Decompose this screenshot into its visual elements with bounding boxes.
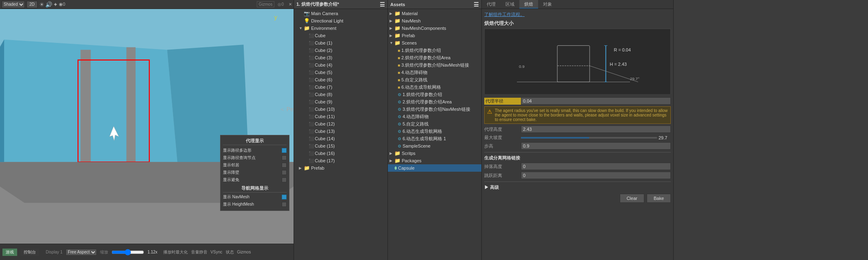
tree-item-scene-1b[interactable]: ⚙ 1.烘焙代理参数介绍 — [388, 91, 481, 98]
agent-display-item-2[interactable]: 显示邻居 — [223, 161, 287, 169]
mute-btn[interactable]: 音量静音 — [191, 249, 207, 255]
console-tab[interactable]: 控制台 — [20, 249, 39, 256]
checkbox-barrier[interactable] — [282, 170, 287, 175]
tree-item-cube-13[interactable]: ⬛ Cube (13) — [294, 128, 387, 135]
tree-item-scene-3b[interactable]: ⚙ 3.烘焙代理参数介绍NavMesh链接 — [388, 105, 481, 113]
maximize-btn[interactable]: 播放时最大化 — [163, 249, 188, 255]
tree-item-scene-3[interactable]: ■ 3.烘焙代理参数介绍NavMesh链接 — [388, 61, 481, 69]
tree-item-scenes[interactable]: ▼ 📁 Scenes — [388, 39, 481, 47]
cube-icon-4: ⬛ — [309, 63, 314, 67]
navmesh-item-0[interactable]: 显示 NavMesh — [223, 193, 287, 201]
project-tree[interactable]: ▶ 📁 Material ▶ 📁 NavMesh ▶ 📁 NavMeshComp… — [388, 9, 481, 260]
tree-item-packages[interactable]: ▶ 📁 Packages — [388, 157, 481, 164]
tree-item-cube-5[interactable]: ⬛ Cube (5) — [294, 69, 387, 76]
project-title: Assets — [390, 2, 405, 7]
tree-item-cube-15[interactable]: ⬛ Cube (15) — [294, 142, 387, 150]
tree-item-cube-9[interactable]: ⬛ Cube (9) — [294, 98, 387, 105]
tree-item-scene-5b[interactable]: ⚙ 5.自定义路线 — [388, 120, 481, 128]
tab-object[interactable]: 对象 — [538, 0, 557, 9]
max-slope-slider[interactable] — [521, 137, 657, 139]
tree-item-cube-17[interactable]: ⬛ Cube (17) — [294, 157, 387, 164]
step-height-label: 步高 — [484, 143, 521, 149]
tree-item-cube-0[interactable]: ⬛ Cube — [294, 32, 387, 39]
navmesh-item-1[interactable]: 显示 HeightMesh — [223, 201, 287, 208]
checkbox-navmesh[interactable] — [282, 195, 287, 199]
tree-item-cube-1[interactable]: ⬛ Cube (1) — [294, 39, 387, 47]
jump-distance-input[interactable] — [521, 172, 671, 179]
scale-slider[interactable] — [111, 249, 144, 256]
tab-area[interactable]: 区域 — [501, 0, 519, 9]
agent-radius-input[interactable] — [521, 97, 671, 105]
close-scene-icon[interactable]: ✕ — [289, 2, 292, 7]
warning-box: ⚠ The agent radius you've set is really … — [484, 106, 671, 124]
tree-item-sample[interactable]: ⚙ SampleScene — [388, 142, 481, 150]
tab-bake[interactable]: 烘焙 — [519, 0, 538, 9]
game-tab[interactable]: 游戏 — [2, 249, 17, 256]
tree-item-scene-6[interactable]: ■ 6.动态生成导航网格 — [388, 83, 481, 91]
tree-item-cube-16[interactable]: ⬛ Cube (16) — [294, 150, 387, 157]
tree-item-cube-14[interactable]: ⬛ Cube (14) — [294, 135, 387, 142]
vsync-btn[interactable]: VSync — [211, 250, 223, 254]
tree-item-main-camera[interactable]: 📷 Main Camera — [294, 10, 387, 17]
gizmos-btn[interactable]: Gizmos — [257, 1, 275, 7]
checkbox-avoid[interactable] — [282, 177, 287, 182]
tree-item-prefab-proj[interactable]: ▶ 📁 Prefab — [388, 32, 481, 39]
bake-button[interactable]: Bake — [647, 194, 671, 203]
tree-item-scene-4b[interactable]: ⚙ 4.动态障碍物 — [388, 113, 481, 120]
tree-item-cube-8[interactable]: ⬛ Cube (8) — [294, 91, 387, 98]
tree-item-scritps[interactable]: ▶ 📁 Scritps — [388, 150, 481, 157]
tree-item-scene-1[interactable]: ■ 1.烘焙代理参数介绍 — [388, 47, 481, 54]
tree-item-scene-2b[interactable]: ⚙ 2.烘焙代理参数介绍Area — [388, 98, 481, 105]
tree-item-scene-6b[interactable]: ⚙ 6.动态生成导航网格 — [388, 128, 481, 135]
tree-item-cube-3[interactable]: ⬛ Cube (3) — [294, 54, 387, 61]
tree-item-scene-4[interactable]: ■ 4.动态障碍物 — [388, 69, 481, 76]
tree-item-scene-2[interactable]: ■ 2.烘焙代理参数介绍Area — [388, 54, 481, 61]
clear-button[interactable]: Clear — [620, 194, 644, 203]
tree-item-cube-12[interactable]: ⬛ Cube (12) — [294, 120, 387, 128]
dimension-toggle[interactable]: 2D — [27, 1, 38, 8]
tree-item-cube-10[interactable]: ⬛ Cube (10) — [294, 105, 387, 113]
agent-display-item-4[interactable]: 显示避免 — [223, 176, 287, 184]
gizmos-bottom-btn[interactable]: Gizmos — [237, 250, 251, 254]
step-height-input[interactable] — [521, 142, 671, 150]
aspect-select[interactable]: Free Aspect — [66, 249, 97, 256]
agent-display-item-0[interactable]: 显示路径多边形 — [223, 147, 287, 154]
tree-item-capsule[interactable]: ⬮ Capsule — [388, 164, 481, 172]
generate-section-heading[interactable]: 生成分离网格链接 — [484, 155, 671, 161]
tree-item-cube-4[interactable]: ⬛ Cube (4) — [294, 61, 387, 69]
scene-view[interactable]: y ＜ Persp 代理显示 显示路径多边形 显示路径查询节点 显示邻居 — [0, 9, 294, 244]
tree-item-environment[interactable]: ▼ 📁 Environment — [294, 25, 387, 32]
checkbox-heightmesh[interactable] — [282, 202, 287, 207]
folder-icon-prefab-proj: 📁 — [394, 33, 401, 38]
hierarchy-tree[interactable]: 📷 Main Camera 💡 Directional Light ▼ 📁 En… — [294, 9, 387, 260]
checkbox-neighbor[interactable] — [282, 163, 287, 168]
shading-mode-select[interactable]: Shaded — [2, 1, 25, 8]
agent-display-item-1[interactable]: 显示路径查询节点 — [223, 154, 287, 161]
tree-item-dir-light[interactable]: 💡 Directional Light — [294, 17, 387, 25]
tree-item-cube-11[interactable]: ⬛ Cube (11) — [294, 113, 387, 120]
status-btn[interactable]: 状态 — [226, 249, 234, 255]
agent-height-input[interactable] — [521, 126, 671, 133]
arrow-environment: ▼ — [299, 26, 304, 30]
tree-item-navmeshcomp[interactable]: ▶ 📁 NavMeshComponents — [388, 25, 481, 32]
audio-icon: 🔊 — [45, 1, 52, 8]
tree-item-scene-6c[interactable]: ⚙ 6.动态生成导航网格 1 — [388, 135, 481, 142]
label-packages: Packages — [402, 158, 421, 163]
checkbox-path-poly[interactable] — [282, 148, 287, 153]
tab-agent[interactable]: 代理 — [482, 0, 501, 9]
tree-item-scene-5[interactable]: ■ 5.自定义路线 — [388, 76, 481, 83]
agent-display-item-3[interactable]: 显示障壁 — [223, 169, 287, 176]
tree-item-cube-2[interactable]: ⬛ Cube (2) — [294, 47, 387, 54]
tree-item-cube-6[interactable]: ⬛ Cube (6) — [294, 76, 387, 83]
tree-item-navmesh[interactable]: ▶ 📁 NavMesh — [388, 17, 481, 25]
checkbox-query-node[interactable] — [282, 155, 287, 160]
drop-height-input[interactable] — [521, 163, 671, 170]
tree-item-cube-7[interactable]: ⬛ Cube (7) — [294, 83, 387, 91]
tree-item-material[interactable]: ▶ 📁 Material — [388, 10, 481, 17]
hierarchy-menu-icon[interactable]: ☰ — [380, 1, 385, 8]
advanced-section[interactable]: ▶ 高级 — [484, 184, 671, 191]
workflow-link[interactable]: 了解组件工作流程。 — [484, 12, 525, 17]
tree-item-prefab[interactable]: ▶ 📁 Prefab — [294, 164, 387, 172]
label-scritps: Scritps — [402, 151, 416, 156]
project-menu-icon[interactable]: ☰ — [474, 1, 479, 8]
